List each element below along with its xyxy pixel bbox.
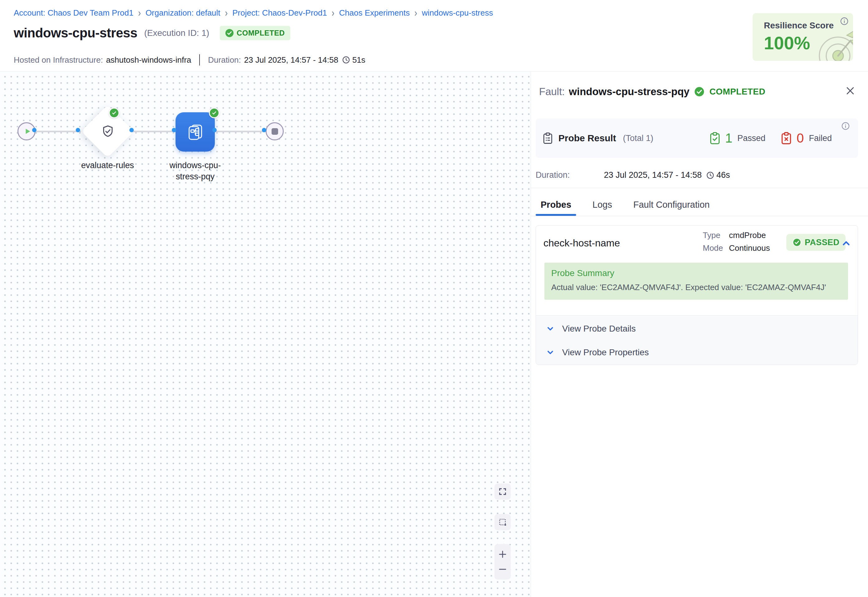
clock-icon: [706, 171, 714, 179]
probe-card-header[interactable]: check-host-name Type cmdProbe Mode Conti…: [536, 226, 858, 263]
duration-label: Duration:: [208, 55, 241, 65]
failed-count: 0: [797, 131, 804, 146]
probe-type-value: cmdProbe: [729, 230, 770, 240]
breadcrumb-link-account[interactable]: Account: Chaos Dev Team Prod1: [14, 8, 133, 18]
probe-status-badge: PASSED: [786, 234, 846, 251]
zoom-controls: [495, 544, 511, 579]
experiment-status-text: COMPLETED: [237, 29, 284, 37]
probe-summary-text: Actual value: 'EC2AMAZ-QMVAF4J'. Expecte…: [551, 282, 826, 292]
experiment-meta-row: Hosted on Infrastructure: ashutosh-windo…: [14, 54, 366, 65]
chevron-down-icon: [546, 348, 555, 357]
clock-icon: [342, 56, 350, 64]
view-probe-details-row[interactable]: View Probe Details: [536, 317, 858, 341]
shield-check-icon: [101, 125, 115, 138]
probe-result-title: Probe Result: [558, 133, 616, 144]
pipeline-canvas[interactable]: evaluate-rules windows-cpu-stress-pqy: [0, 72, 531, 597]
infrastructure-name: ashutosh-windows-infra: [106, 55, 191, 65]
fault-tabs: Probes Logs Fault Configuration: [536, 193, 715, 216]
play-icon: [24, 127, 31, 135]
clipboard-x-icon: [781, 132, 792, 144]
pipeline-edge: [214, 131, 267, 132]
fault-status-text: COMPLETED: [709, 87, 765, 97]
node-port: [172, 128, 176, 132]
title-row: windows-cpu-stress (Execution ID: 1) COM…: [14, 25, 290, 40]
probe-card-check-host-name: check-host-name Type cmdProbe Mode Conti…: [536, 225, 858, 365]
view-probe-properties-label: View Probe Properties: [562, 348, 649, 358]
probe-summary-box: Probe Summary Actual value: 'EC2AMAZ-QMV…: [544, 263, 848, 300]
chaos-experiment-execution-page: Account: Chaos Dev Team Prod1 › Organiza…: [0, 0, 868, 597]
experiment-status-badge: COMPLETED: [220, 26, 290, 40]
marquee-select-icon: [498, 518, 507, 527]
duration-label: Duration:: [536, 170, 604, 180]
page-title: windows-cpu-stress: [14, 25, 138, 40]
meta-divider: [199, 54, 200, 65]
duration-elapsed: 51s: [352, 55, 366, 65]
fault-details-panel: Fault: windows-cpu-stress-pqy COMPLETED …: [531, 72, 868, 597]
clipboard-check-icon: [710, 132, 720, 144]
duration-value: 23 Jul 2025, 14:57 - 14:58: [604, 170, 702, 180]
fault-step-icon: [185, 122, 205, 142]
probe-result-card: Probe Result (Total 1) 1 Passed: [536, 119, 858, 158]
breadcrumb-separator: ›: [414, 7, 417, 19]
probe-result-total: (Total 1): [623, 134, 653, 143]
probe-name: check-host-name: [544, 238, 620, 249]
target-illustration: [806, 21, 853, 61]
view-probe-properties-row[interactable]: View Probe Properties: [536, 341, 858, 364]
check-circle-icon: [225, 29, 234, 37]
node-label-evaluate-rules: evaluate-rules: [70, 160, 145, 171]
execution-id: (Execution ID: 1): [144, 28, 209, 38]
probe-status-text: PASSED: [805, 238, 839, 247]
breadcrumb-separator: ›: [225, 7, 228, 19]
pipeline-edge: [31, 131, 81, 132]
fault-label: Fault:: [539, 86, 565, 98]
passed-label: Passed: [738, 134, 766, 143]
pipeline-edge: [131, 131, 178, 132]
node-port: [212, 128, 217, 132]
duration-elapsed: 46s: [717, 170, 730, 180]
close-icon[interactable]: [845, 85, 856, 97]
clipboard-icon: [543, 132, 553, 144]
breadcrumb-separator: ›: [332, 7, 335, 19]
node-port: [76, 128, 80, 132]
pipeline-end-node[interactable]: [266, 122, 284, 140]
check-circle-icon: [792, 238, 801, 247]
tab-logs[interactable]: Logs: [587, 193, 617, 216]
probe-mode-label: Mode: [703, 243, 729, 253]
hosted-on-label: Hosted on Infrastructure:: [14, 55, 103, 65]
breadcrumb-link-organization[interactable]: Organization: default: [146, 8, 221, 18]
resilience-score-value: 100%: [764, 33, 810, 53]
success-badge-icon: [209, 108, 219, 118]
breadcrumb: Account: Chaos Dev Team Prod1 › Organiza…: [14, 8, 493, 18]
view-probe-details-label: View Probe Details: [562, 324, 636, 334]
probe-type-label: Type: [703, 230, 729, 240]
windows-cpu-stress-pqy-node[interactable]: [176, 112, 215, 151]
fullscreen-button[interactable]: [495, 483, 511, 500]
duration-value: 23 Jul 2025, 14:57 - 14:58: [244, 55, 338, 65]
breadcrumb-separator: ›: [138, 7, 141, 19]
node-label-windows-cpu-stress-pqy: windows-cpu-stress-pqy: [168, 160, 223, 182]
success-badge-icon: [109, 108, 119, 118]
passed-count: 1: [725, 131, 732, 146]
tab-fault-configuration[interactable]: Fault Configuration: [628, 193, 715, 216]
zoom-in-button[interactable]: [498, 549, 507, 559]
marquee-select-button[interactable]: [495, 514, 511, 530]
failed-label: Failed: [809, 134, 832, 143]
breadcrumb-link-chaos-experiments[interactable]: Chaos Experiments: [339, 8, 410, 18]
panel-divider: [531, 188, 868, 188]
chevron-up-icon[interactable]: [841, 238, 852, 249]
page-header: Account: Chaos Dev Team Prod1 › Organiza…: [0, 0, 868, 72]
info-icon[interactable]: [841, 122, 850, 131]
zoom-out-button[interactable]: [498, 564, 507, 574]
breadcrumb-link-project[interactable]: Project: Chaos-Dev-Prod1: [232, 8, 327, 18]
breadcrumb-link-current[interactable]: windows-cpu-stress: [422, 8, 493, 18]
probe-card-footer: View Probe Details View Probe Properties: [536, 315, 858, 365]
fault-name: windows-cpu-stress-pqy: [569, 86, 690, 98]
fault-header: Fault: windows-cpu-stress-pqy COMPLETED: [539, 84, 838, 99]
tab-probes[interactable]: Probes: [536, 193, 576, 216]
resilience-score-card: Resilience Score 100%: [752, 13, 853, 61]
node-port: [32, 128, 37, 132]
stop-icon: [271, 128, 278, 135]
fault-duration-row: Duration: 23 Jul 2025, 14:57 - 14:58 46s: [536, 170, 730, 180]
fullscreen-icon: [498, 487, 507, 496]
panel-divider: [531, 216, 868, 216]
